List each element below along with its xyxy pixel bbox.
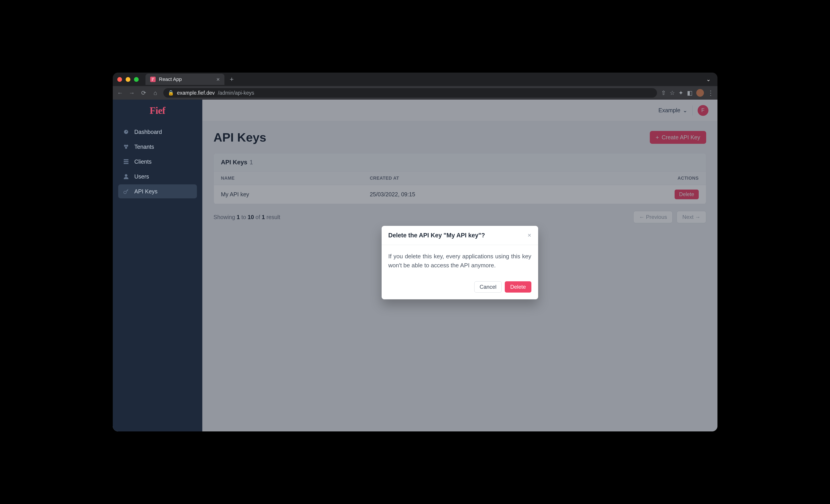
titlebar: React App × + ⌄ <box>113 73 717 86</box>
url-path: /admin/api-keys <box>218 90 254 96</box>
share-icon[interactable]: ⇧ <box>661 90 666 97</box>
nav-list: Dashboard Tenants Clients Users API Keys <box>113 121 202 202</box>
reload-icon[interactable]: ⟳ <box>140 89 148 97</box>
address-bar[interactable]: 🔒 example.fief.dev/admin/api-keys <box>163 88 657 98</box>
traffic-lights <box>117 77 139 82</box>
lock-icon: 🔒 <box>168 90 174 96</box>
window-close-icon[interactable] <box>117 77 122 82</box>
sidebar-item-tenants[interactable]: Tenants <box>118 140 197 154</box>
tab-list-chevron-icon[interactable]: ⌄ <box>704 76 713 82</box>
bookmark-icon[interactable]: ☆ <box>670 90 675 97</box>
svg-point-5 <box>125 174 127 177</box>
tab-bar: React App × + ⌄ <box>146 74 713 85</box>
panel-icon[interactable]: ◧ <box>687 90 693 97</box>
modal-body: If you delete this key, every applicatio… <box>382 245 538 277</box>
back-icon[interactable]: ← <box>116 89 124 97</box>
addressbar-row: ← → ⟳ ⌂ 🔒 example.fief.dev/admin/api-key… <box>113 86 717 100</box>
logo[interactable]: Fief <box>113 100 202 121</box>
clients-icon <box>122 158 130 165</box>
sidebar-item-label: Clients <box>134 159 152 165</box>
browser-window: React App × + ⌄ ← → ⟳ ⌂ 🔒 example.fief.d… <box>113 73 717 431</box>
sidebar-item-label: Users <box>134 173 149 180</box>
app-viewport: Fief Dashboard Tenants Clients Users <box>113 100 717 431</box>
sidebar-item-label: Tenants <box>134 143 154 150</box>
svg-point-3 <box>126 145 128 147</box>
modal-title: Delete the API Key "My API key"? <box>388 232 485 239</box>
svg-point-4 <box>125 147 127 149</box>
window-minimize-icon[interactable] <box>126 77 130 82</box>
tenants-icon <box>122 143 130 150</box>
svg-point-2 <box>124 145 126 147</box>
sidebar-item-api-keys[interactable]: API Keys <box>118 184 197 198</box>
browser-toolbar: ⇧ ☆ ✦ ◧ ⋮ <box>661 89 714 97</box>
modal-overlay[interactable]: Delete the API Key "My API key"? × If yo… <box>202 100 717 431</box>
main-area: Example ⌄ F API Keys + Create API Key <box>202 100 717 431</box>
sidebar-item-label: Dashboard <box>134 129 162 135</box>
key-icon <box>122 188 130 195</box>
modal-header: Delete the API Key "My API key"? × <box>382 226 538 245</box>
cancel-button[interactable]: Cancel <box>474 281 502 293</box>
url-host: example.fief.dev <box>177 90 215 96</box>
confirm-delete-button[interactable]: Delete <box>505 281 531 293</box>
delete-confirm-modal: Delete the API Key "My API key"? × If yo… <box>382 226 538 299</box>
tab-title: React App <box>159 76 182 82</box>
sidebar-item-dashboard[interactable]: Dashboard <box>118 125 197 139</box>
tab-close-icon[interactable]: × <box>216 76 220 83</box>
extensions-icon[interactable]: ✦ <box>678 90 683 97</box>
sidebar-item-label: API Keys <box>134 188 158 195</box>
users-icon <box>122 173 130 180</box>
sidebar-item-users[interactable]: Users <box>118 169 197 183</box>
browser-menu-icon[interactable]: ⋮ <box>707 89 714 97</box>
browser-profile-avatar[interactable] <box>696 89 704 97</box>
sidebar: Fief Dashboard Tenants Clients Users <box>113 100 202 431</box>
dashboard-icon <box>122 128 130 136</box>
logo-text: Fief <box>150 105 165 116</box>
tab-favicon-icon <box>150 76 156 82</box>
browser-tab[interactable]: React App × <box>146 74 224 85</box>
modal-footer: Cancel Delete <box>382 277 538 299</box>
new-tab-button[interactable]: + <box>226 75 237 83</box>
window-maximize-icon[interactable] <box>134 77 139 82</box>
sidebar-item-clients[interactable]: Clients <box>118 155 197 169</box>
modal-close-icon[interactable]: × <box>528 232 531 239</box>
forward-icon[interactable]: → <box>128 89 136 97</box>
home-icon[interactable]: ⌂ <box>152 89 159 97</box>
